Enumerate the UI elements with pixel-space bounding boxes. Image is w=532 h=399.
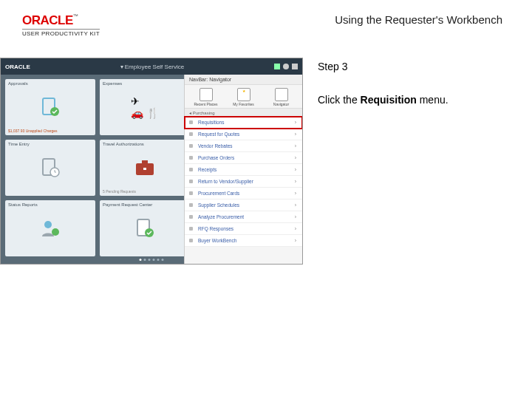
pager-dots[interactable]: [140, 259, 164, 261]
tile-travel-auth[interactable]: Travel Authorizations 5 Pending Requests: [100, 140, 190, 196]
instruction-text: Click the Requisition menu.: [318, 93, 510, 108]
chevron-right-icon: ›: [295, 202, 296, 208]
compass-icon: [275, 88, 288, 101]
chevron-right-icon: ›: [295, 143, 296, 149]
chevron-right-icon: ›: [295, 214, 296, 219]
nav-item-rfq[interactable]: Request for Quotes›: [185, 129, 302, 140]
oracle-wordmark: ORACLE: [22, 13, 73, 27]
tile-label: Approvals: [8, 81, 28, 86]
nav-item-vendor-rebates[interactable]: Vendor Rebates›: [185, 140, 302, 152]
svg-point-8: [52, 228, 59, 236]
nav-category-label: Purchasing: [193, 111, 215, 115]
brand-logo: ORACLE™ USER PRODUCTIVITY KIT: [22, 13, 100, 37]
nav-item-label: Procurement Cards: [198, 191, 239, 196]
nav-item-label: Buyer WorkBench: [198, 238, 236, 243]
nav-shortcut-label: Recent Places: [194, 102, 217, 106]
nav-item-label: Purchase Orders: [198, 155, 234, 160]
briefcase-icon: [134, 159, 155, 177]
svg-point-7: [44, 221, 52, 228]
nav-item-analyze-procurement[interactable]: Analyze Procurement›: [185, 211, 302, 223]
chevron-right-icon: ›: [295, 191, 296, 196]
tile-approvals[interactable]: Approvals $1,037.93 Unapplied Charges: [5, 79, 95, 135]
document-check-icon: [40, 97, 61, 117]
tile-label: Travel Authorizations: [103, 142, 144, 146]
nav-item-purchase-orders[interactable]: Purchase Orders›: [185, 152, 302, 164]
nav-shortcut-label: My Favorites: [233, 102, 254, 106]
nav-item-procurement-cards[interactable]: Procurement Cards›: [185, 188, 302, 200]
nav-item-receipts[interactable]: Receipts›: [185, 164, 302, 176]
tile-time-entry[interactable]: Time Entry: [5, 140, 95, 196]
nav-item-label: Supplier Schedules: [198, 202, 239, 208]
nav-menu-list: Requisitions› Request for Quotes› Vendor…: [185, 117, 302, 247]
nav-item-label: Request for Quotes: [198, 132, 239, 137]
nav-shortcut-label: Navigator: [273, 102, 289, 106]
home-icon[interactable]: [274, 64, 280, 69]
chevron-right-icon: ›: [295, 238, 296, 243]
nav-item-label: RFQ Responses: [198, 226, 233, 231]
nav-category[interactable]: ◂ Purchasing: [185, 109, 302, 117]
nav-item-label: Vendor Rebates: [198, 143, 233, 149]
instruction-panel: Step 3 Click the Requisition menu.: [318, 58, 510, 265]
chevron-right-icon: ›: [295, 226, 296, 231]
tile-footer: $1,037.93 Unapplied Charges: [8, 129, 57, 133]
tile-footer: 5 Pending Requests: [103, 189, 136, 194]
topbar-icons[interactable]: [274, 64, 298, 69]
instr-suffix: menu.: [417, 94, 449, 106]
navbar-header: NavBar: Navigator: [185, 75, 302, 85]
chevron-right-icon: ›: [295, 120, 296, 125]
nav-item-label: Requisitions: [198, 120, 224, 125]
chevron-right-icon: ›: [295, 132, 296, 137]
svg-rect-6: [143, 168, 146, 170]
search-icon[interactable]: [283, 64, 289, 69]
nav-item-buyer-workbench[interactable]: Buyer WorkBench›: [185, 235, 302, 247]
chevron-right-icon: ›: [295, 179, 296, 184]
app-topbar: ORACLE ▾ Employee Self Service: [1, 58, 302, 75]
nav-shortcut-navigator[interactable]: Navigator: [263, 88, 299, 106]
instr-bold: Requisition: [361, 94, 417, 106]
nav-item-requisitions[interactable]: Requisitions›: [185, 117, 302, 129]
tile-payment-request[interactable]: Payment Request Center: [100, 200, 190, 256]
tile-label: Time Entry: [8, 142, 30, 146]
logo-subtitle: USER PRODUCTIVITY KIT: [22, 29, 100, 37]
nav-shortcut-recent[interactable]: Recent Places: [188, 88, 224, 106]
nav-item-label: Receipts: [198, 167, 216, 172]
nav-item-label: Return to Vendor/Supplier: [198, 179, 253, 184]
expenses-icon: ✈🚗 🍴: [131, 95, 159, 119]
svg-rect-5: [142, 160, 148, 163]
page-title: Using the Requester's Workbench: [335, 13, 502, 26]
nav-item-supplier-schedules[interactable]: Supplier Schedules›: [185, 200, 302, 211]
homepage-tiles: Approvals $1,037.93 Unapplied Charges Ex…: [5, 79, 190, 256]
clock-document-icon: [40, 157, 61, 178]
step-label: Step 3: [318, 61, 510, 72]
app-screenshot: ORACLE ▾ Employee Self Service Approvals…: [0, 58, 303, 265]
chevron-right-icon: ›: [295, 167, 296, 172]
recent-icon: [200, 88, 213, 101]
tile-label: Expenses: [103, 81, 122, 86]
nav-item-return-vendor[interactable]: Return to Vendor/Supplier›: [185, 176, 302, 188]
chevron-right-icon: ›: [295, 155, 296, 160]
app-context-menu[interactable]: ▾ Employee Self Service: [120, 64, 185, 70]
nav-shortcut-favorites[interactable]: ★My Favorites: [225, 88, 262, 106]
star-icon: ★: [237, 88, 250, 101]
document-approve-icon: [134, 218, 155, 239]
person-icon: [41, 219, 60, 238]
tile-status-reports[interactable]: Status Reports: [5, 200, 95, 256]
tile-label: Status Reports: [8, 202, 38, 207]
nav-item-rfq-responses[interactable]: RFQ Responses›: [185, 223, 302, 235]
tile-expenses[interactable]: Expenses ✈🚗 🍴: [100, 79, 190, 135]
navbar-shortcuts: Recent Places ★My Favorites Navigator: [185, 85, 302, 109]
app-logo-text: ORACLE: [5, 64, 30, 70]
navbar-panel: NavBar: Navigator Recent Places ★My Favo…: [184, 75, 302, 265]
nav-item-label: Analyze Procurement: [198, 214, 244, 219]
instr-prefix: Click the: [318, 94, 361, 106]
nav-icon[interactable]: [292, 64, 298, 69]
tile-label: Payment Request Center: [103, 202, 152, 207]
